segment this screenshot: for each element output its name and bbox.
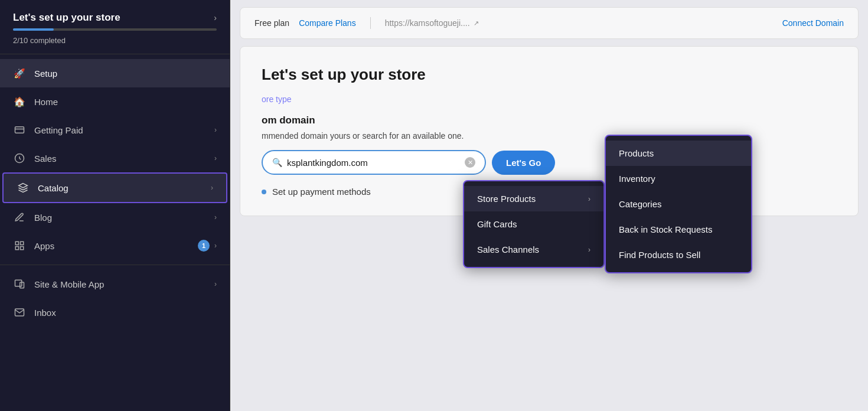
gift-cards-label: Gift Cards — [477, 219, 517, 229]
domain-input-wrap: 🔍 ✕ — [262, 150, 486, 175]
sidebar-item-getting-paid[interactable]: Getting Paid › — [0, 116, 230, 144]
sidebar-item-sales[interactable]: Sales › — [0, 144, 230, 172]
products-submenu-item-inventory[interactable]: Inventory — [606, 166, 751, 191]
back-in-stock-label: Back in Stock Requests — [619, 224, 712, 234]
sidebar-item-label-sales: Sales — [34, 154, 214, 164]
connect-domain-link[interactable]: Connect Domain — [782, 18, 844, 28]
products-label: Products — [619, 148, 654, 158]
getting-paid-chevron-icon: › — [214, 126, 217, 134]
lets-go-button[interactable]: Let's Go — [492, 151, 555, 175]
apps-badge: 1 — [198, 240, 210, 252]
sidebar-header: Let's set up your store › 2/10 completed — [0, 0, 230, 54]
sidebar-item-label-apps: Apps — [34, 241, 198, 251]
sidebar-item-label-catalog: Catalog — [38, 183, 211, 193]
store-url: https://kamsoftogueji.... ↗ — [385, 18, 479, 28]
site-mobile-chevron-icon: › — [214, 280, 217, 288]
svg-marker-3 — [19, 184, 28, 188]
progress-bar-track — [13, 28, 217, 31]
sales-channels-chevron-icon: › — [588, 246, 590, 254]
sidebar-item-setup[interactable]: 🚀 Setup — [0, 59, 230, 87]
categories-label: Categories — [619, 199, 662, 209]
getting-paid-icon — [13, 123, 26, 136]
sidebar-store-title: Let's set up your store — [13, 12, 120, 24]
payment-text: Set up payment methods — [272, 187, 371, 197]
products-submenu-item-find-products[interactable]: Find Products to Sell — [606, 242, 751, 268]
top-bar: Free plan Compare Plans https://kamsofto… — [240, 7, 859, 39]
svg-rect-5 — [21, 242, 24, 244]
products-submenu-item-back-in-stock[interactable]: Back in Stock Requests — [606, 217, 751, 242]
catalog-icon — [17, 181, 30, 194]
store-products-label: Store Products — [477, 194, 536, 204]
sidebar-nav: 🚀 Setup 🏠 Home Getting Paid › Sales › — [0, 54, 230, 411]
main-content: Free plan Compare Plans https://kamsofto… — [230, 0, 868, 411]
progress-text: 2/10 completed — [13, 36, 66, 45]
progress-bar-fill — [13, 28, 54, 31]
catalog-chevron-icon: › — [211, 184, 213, 192]
sales-icon — [13, 152, 26, 165]
sidebar-item-label-blog: Blog — [34, 213, 214, 223]
catalog-submenu-item-gift-cards[interactable]: Gift Cards — [464, 211, 603, 237]
sidebar-item-blog[interactable]: Blog › — [0, 203, 230, 231]
sales-chevron-icon: › — [214, 154, 217, 162]
products-submenu-item-categories[interactable]: Categories — [606, 191, 751, 217]
free-plan-label: Free plan — [254, 18, 289, 28]
catalog-submenu-item-store-products[interactable]: Store Products › — [464, 186, 603, 211]
svg-rect-7 — [21, 247, 24, 250]
find-products-label: Find Products to Sell — [619, 250, 700, 260]
sidebar-item-site-mobile[interactable]: Site & Mobile App › — [0, 270, 230, 298]
sidebar-item-home[interactable]: 🏠 Home — [0, 87, 230, 116]
svg-rect-4 — [15, 242, 18, 244]
svg-rect-8 — [15, 280, 22, 286]
sidebar-item-label-inbox: Inbox — [34, 308, 217, 318]
sidebar: Let's set up your store › 2/10 completed… — [0, 0, 230, 411]
url-text: https://kamsoftogueji.... — [385, 18, 470, 28]
svg-rect-0 — [15, 127, 24, 133]
sidebar-item-label-getting-paid: Getting Paid — [34, 125, 214, 135]
search-icon: 🔍 — [272, 158, 282, 167]
payment-dot — [262, 190, 266, 194]
apps-chevron-icon: › — [214, 242, 217, 250]
external-link-icon: ↗ — [474, 19, 479, 27]
nav-divider — [0, 265, 230, 265]
inventory-label: Inventory — [619, 174, 655, 184]
sidebar-item-inbox[interactable]: Inbox — [0, 298, 230, 327]
sidebar-item-catalog[interactable]: Catalog › — [2, 172, 227, 203]
sidebar-item-label-home: Home — [34, 97, 217, 107]
sidebar-header-chevron[interactable]: › — [214, 13, 217, 22]
apps-icon — [13, 239, 26, 252]
store-products-chevron-icon: › — [588, 195, 590, 203]
blog-icon — [13, 211, 26, 224]
products-submenu-item-products[interactable]: Products — [606, 141, 751, 166]
topbar-divider — [370, 17, 371, 29]
store-type-text: ore type — [262, 94, 837, 104]
sales-channels-label: Sales Channels — [477, 244, 539, 255]
inbox-icon — [13, 306, 26, 319]
catalog-submenu-item-sales-channels[interactable]: Sales Channels › — [464, 237, 603, 262]
setup-icon: 🚀 — [13, 67, 26, 80]
home-icon: 🏠 — [13, 95, 26, 108]
domain-search-input[interactable] — [287, 158, 460, 168]
blog-chevron-icon: › — [214, 213, 217, 221]
domain-title: om domain — [262, 115, 837, 126]
sidebar-item-apps[interactable]: Apps 1 › — [0, 231, 230, 260]
sidebar-item-label-setup: Setup — [34, 68, 217, 79]
site-mobile-icon — [13, 278, 26, 291]
svg-rect-6 — [15, 247, 18, 250]
sidebar-item-label-site-mobile: Site & Mobile App — [34, 279, 214, 289]
domain-clear-button[interactable]: ✕ — [465, 157, 475, 168]
products-submenu: Products Inventory Categories Back in St… — [605, 135, 752, 273]
catalog-submenu: Store Products › Gift Cards Sales Channe… — [463, 180, 605, 268]
setup-card-title: Let's set up your store — [262, 66, 837, 84]
compare-plans-link[interactable]: Compare Plans — [299, 18, 356, 28]
